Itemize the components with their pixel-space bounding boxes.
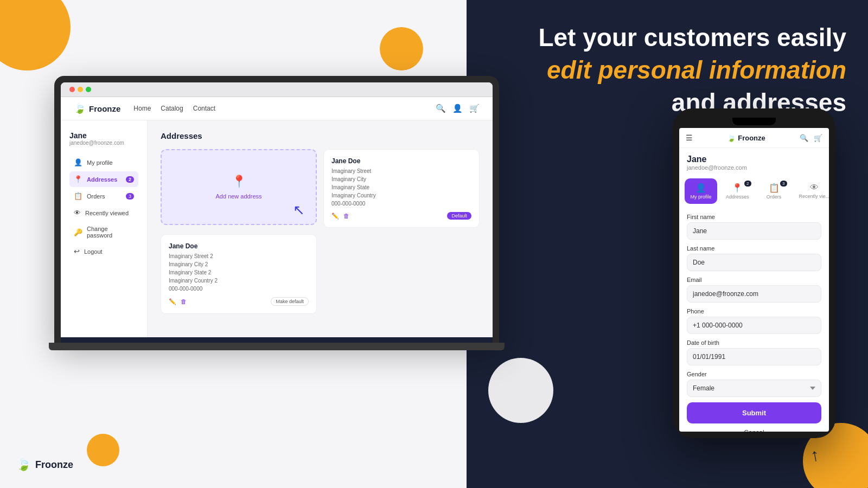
nav-link-catalog[interactable]: Catalog [161,105,183,112]
sidebar-item-logout[interactable]: ↩ Logout [69,243,138,259]
edit-address-2-icon[interactable]: ✏️ [169,298,176,305]
sidebar-label-change-password: Change password [87,226,134,239]
bottom-logo-icon: 🍃 [16,458,31,472]
sidebar-label-recently-viewed: Recently viewed [85,210,129,216]
lastname-input[interactable] [687,254,821,271]
phone-user-section: Jane janedoe@froonze.com [679,148,829,174]
address-1-footer: ✏️ 🗑 Default [331,212,471,220]
phone-logo-icon: 🍃 [727,134,736,142]
address-2-state: Imaginary State 2 [169,268,309,277]
firstname-label: First name [687,214,821,220]
site-nav-links: Home Catalog Contact [133,105,423,112]
laptop-screen: 🍃 Froonze Home Catalog Contact 🔍 👤 🛒 [61,82,493,343]
site-nav-icons: 🔍 👤 🛒 [436,104,480,113]
addresses-title: Addresses [161,131,480,140]
form-group-gender: Gender Female Male Other [687,371,821,397]
phone-cart-icon[interactable]: 🛒 [814,134,822,142]
tab-profile-icon: 👤 [695,183,706,193]
eye-icon: 👁 [74,209,81,217]
phone-tab-recently-viewed[interactable]: 👁 Recently vie... [794,178,829,204]
form-group-dob: Date of birth [687,339,821,365]
hamburger-icon[interactable]: ☰ [686,133,693,142]
address-icon: 📍 [74,175,82,183]
sidebar-menu: 👤 My profile 📍 Addresses 2 📋 Orders 3 [69,155,138,259]
phone-search-icon[interactable]: 🔍 [800,134,808,142]
address-card-2: Jane Doe Imaginary Street 2 Imaginary Ci… [161,234,317,314]
phone-logo-text: Froonze [738,134,765,142]
cancel-button[interactable]: Cancel [687,427,821,432]
phone-tab-orders[interactable]: 📋 Orders 3 [758,178,790,204]
phone-logo: 🍃 Froonze [693,134,800,142]
edit-address-1-icon[interactable]: ✏️ [331,213,339,220]
sidebar-user-email: janedoe@froonze.com [69,140,138,146]
laptop-outer: 🍃 Froonze Home Catalog Contact 🔍 👤 🛒 [54,76,499,343]
phone-tab-addresses[interactable]: 📍 Addresses 2 [720,178,755,204]
tab-addresses-label: Addresses [726,194,749,200]
dob-label: Date of birth [687,339,821,346]
laptop-base [49,343,505,350]
tab-orders-badge: 3 [780,181,787,187]
address-2-phone: 000-000-0000 [169,285,309,293]
address-2-name: Jane Doe [169,242,309,250]
phone-mockup: ☰ 🍃 Froonze 🔍 🛒 Jane janedoe@froonze.com… [673,108,835,438]
phone-label: Phone [687,308,821,314]
phone-outer: ☰ 🍃 Froonze 🔍 🛒 Jane janedoe@froonze.com… [673,108,835,438]
phone-header-icons: 🔍 🛒 [800,134,822,142]
phone-tab-my-profile[interactable]: 👤 My profile [685,178,717,204]
delete-address-2-icon[interactable]: 🗑 [181,298,187,305]
phone-tabs: 👤 My profile 📍 Addresses 2 📋 Orders 3 👁 … [679,174,829,208]
email-input[interactable] [687,285,821,303]
phone-notch-bar [679,115,829,128]
site-footer: Froonze [61,337,493,343]
gender-select[interactable]: Female Male Other [687,380,821,397]
orders-badge: 3 [126,193,134,200]
search-icon[interactable]: 🔍 [436,104,446,113]
site-nav: 🍃 Froonze Home Catalog Contact 🔍 👤 🛒 [61,97,493,120]
site-logo: 🍃 Froonze [74,102,120,114]
sidebar-item-my-profile[interactable]: 👤 My profile [69,155,138,170]
phone-input[interactable] [687,317,821,334]
nav-link-contact[interactable]: Contact [193,105,215,112]
sidebar-label-logout: Logout [84,248,103,255]
sidebar-item-orders[interactable]: 📋 Orders 3 [69,188,138,204]
address-1-city: Imaginary City [331,175,471,183]
tab-addresses-icon: 📍 [732,183,743,193]
bottom-logo: 🍃 Froonze [16,458,73,472]
site-logo-text: Froonze [89,104,120,113]
site-main: Jane janedoe@froonze.com 👤 My profile 📍 … [61,120,493,337]
phone-notch [732,118,776,125]
form-group-firstname: First name [687,214,821,240]
logout-icon: ↩ [74,247,80,255]
browser-dot-red [69,87,75,92]
browser-nav [61,82,493,97]
tab-profile-label: My profile [690,194,711,200]
headline: Let your customers easily edit personal … [488,22,846,119]
address-2-city: Imaginary City 2 [169,260,309,268]
dob-input[interactable] [687,348,821,365]
sidebar-item-recently-viewed[interactable]: 👁 Recently viewed [69,205,138,221]
make-default-button[interactable]: Make default [271,297,309,306]
sidebar-label-orders: Orders [87,193,105,200]
add-address-text: Add new address [216,193,262,200]
add-address-card[interactable]: 📍 Add new address ↖ [161,149,317,225]
sidebar-user-name: Jane [69,131,138,140]
address-2-country: Imaginary Country 2 [169,277,309,285]
delete-address-1-icon[interactable]: 🗑 [343,213,349,219]
headline-line2: edit personal information [488,54,846,87]
tab-orders-label: Orders [767,194,782,200]
headline-line1: Let your customers easily [488,22,846,54]
user-icon[interactable]: 👤 [452,104,463,113]
sidebar-item-change-password[interactable]: 🔑 Change password [69,222,138,242]
phone-user-name: Jane [687,155,821,164]
nav-link-home[interactable]: Home [133,105,151,112]
phone-user-email: janedoe@froonze.com [687,164,821,171]
tab-addresses-badge: 2 [744,181,751,187]
phone-form: First name Last name Email Phone Date of… [679,208,829,432]
sidebar-item-addresses[interactable]: 📍 Addresses 2 [69,171,138,187]
address-1-phone: 000-000-0000 [331,200,471,208]
browser-dot-green [86,87,91,92]
firstname-input[interactable] [687,222,821,240]
cart-icon[interactable]: 🛒 [469,104,480,113]
submit-button[interactable]: Submit [687,402,821,423]
site-logo-icon: 🍃 [74,102,86,114]
